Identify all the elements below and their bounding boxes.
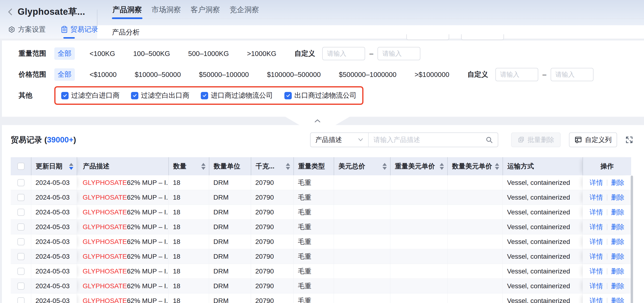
- search-input[interactable]: [369, 136, 480, 144]
- delete-link[interactable]: 删除: [611, 282, 624, 290]
- column-header-usd-per-qty[interactable]: 数量美元单价: [447, 157, 502, 175]
- cell-product-desc: GLYPHOSATE 62% MUP – I...: [77, 220, 168, 234]
- keyword-highlight: GLYPHOSATE: [83, 223, 127, 231]
- sort-icon-kg[interactable]: [286, 163, 290, 170]
- row-checkbox[interactable]: [18, 253, 24, 260]
- table-row: 2024-05-03 GLYPHOSATE 62% MUP – I... 18 …: [11, 190, 631, 205]
- delete-link[interactable]: 删除: [611, 193, 624, 202]
- vertical-scrollbar[interactable]: [631, 176, 633, 303]
- weight-option-4[interactable]: >1000KG: [247, 50, 276, 58]
- price-max-input[interactable]: [551, 68, 594, 81]
- checkbox-filter-blank-importer[interactable]: 过滤空白进口商: [61, 91, 120, 100]
- column-header-transport: 运输方式: [502, 157, 582, 175]
- subnav-item-trade-records[interactable]: 贸易记录: [61, 25, 98, 34]
- cell-kg: 20790: [251, 175, 294, 190]
- row-checkbox[interactable]: [18, 238, 24, 245]
- search-field-select[interactable]: 产品描述: [310, 133, 369, 147]
- row-checkbox[interactable]: [18, 282, 24, 290]
- search-icon: [486, 136, 493, 144]
- fullscreen-expand-button[interactable]: [625, 136, 634, 144]
- detail-link[interactable]: 详情: [590, 282, 603, 290]
- cell-actions: 详情 删除: [582, 175, 631, 190]
- row-checkbox[interactable]: [18, 268, 24, 275]
- weight-option-3[interactable]: 500–1000KG: [188, 50, 229, 58]
- cell-qty: 18: [168, 175, 209, 190]
- tab-customer-insight[interactable]: 客户洞察: [190, 5, 220, 15]
- keyword-highlight: GLYPHOSATE: [83, 238, 127, 246]
- delete-link[interactable]: 删除: [611, 296, 624, 303]
- sort-icon-usd-total[interactable]: [382, 163, 387, 170]
- detail-link[interactable]: 详情: [590, 193, 603, 202]
- sort-icon-qty[interactable]: [201, 163, 206, 170]
- detail-link[interactable]: 详情: [590, 178, 603, 187]
- delete-link[interactable]: 删除: [611, 222, 624, 232]
- checkbox-label: 过滤空白进口商: [71, 91, 120, 100]
- row-checkbox[interactable]: [18, 179, 24, 186]
- delete-link[interactable]: 删除: [611, 237, 624, 246]
- sort-icon-update-date[interactable]: [69, 163, 73, 170]
- price-option-4[interactable]: $100000–500000: [267, 71, 321, 78]
- weight-max-input[interactable]: [378, 47, 420, 60]
- column-header-usd-per-weight[interactable]: 重量美元单价: [390, 157, 447, 175]
- price-option-5[interactable]: $500000–1000000: [339, 71, 396, 78]
- link-separator: [607, 180, 607, 186]
- select-all-checkbox[interactable]: [18, 163, 24, 170]
- checkbox-filter-blank-exporter[interactable]: 过滤空白出口商: [131, 91, 189, 100]
- active-subnav-underline: [63, 37, 75, 38]
- delete-link[interactable]: 删除: [611, 267, 624, 276]
- sort-icon-usd-per-qty[interactable]: [495, 163, 499, 170]
- detail-link[interactable]: 详情: [590, 237, 603, 246]
- checkbox-importer-filter-logistics[interactable]: 进口商过滤物流公司: [201, 91, 273, 100]
- column-header-kg[interactable]: 千克...: [251, 157, 294, 175]
- link-separator: [607, 239, 607, 245]
- price-min-input[interactable]: [496, 68, 538, 81]
- detail-link[interactable]: 详情: [590, 267, 603, 276]
- delete-link[interactable]: 删除: [611, 178, 624, 187]
- table-row: 2024-05-03 GLYPHOSATE 62% MUP – I... 18 …: [11, 205, 631, 220]
- cell-qty-unit: DRM: [209, 190, 251, 204]
- price-option-3[interactable]: $50000–100000: [199, 71, 249, 78]
- column-header-usd-total[interactable]: 美元总价: [334, 157, 390, 175]
- delete-link[interactable]: 删除: [611, 252, 624, 261]
- cutoff-input-1[interactable]: [406, 34, 449, 40]
- checkbox-exporter-filter-logistics[interactable]: 出口商过滤物流公司: [284, 91, 356, 100]
- row-checkbox[interactable]: [18, 194, 24, 201]
- row-checkbox[interactable]: [18, 224, 24, 230]
- cell-usd-per-weight: [390, 264, 447, 278]
- tab-competitor-insight[interactable]: 竞企洞察: [229, 5, 260, 15]
- column-header-update-date[interactable]: 更新日期: [31, 157, 77, 175]
- custom-columns-button[interactable]: 自定义列: [569, 132, 617, 147]
- price-option-2[interactable]: $10000–50000: [135, 71, 181, 78]
- cell-kg: 20790: [251, 190, 294, 204]
- search-button[interactable]: [480, 136, 498, 144]
- price-option-1[interactable]: <$10000: [90, 71, 117, 78]
- detail-link[interactable]: 详情: [590, 296, 603, 303]
- tab-product-insight[interactable]: 产品洞察: [112, 5, 142, 15]
- sort-icon-usd-per-weight[interactable]: [440, 163, 444, 170]
- table-header-row: 更新日期 产品描述 数量 数量单位 千克... 重量类型 美元总价 重量美元单价: [11, 157, 631, 175]
- back-chevron-icon[interactable]: [6, 8, 15, 16]
- batch-delete-button[interactable]: 批量删除: [511, 132, 561, 147]
- weight-custom-label: 自定义: [294, 49, 315, 58]
- cell-kg: 20790: [251, 205, 294, 220]
- weight-option-all[interactable]: 全部: [54, 48, 75, 60]
- collapse-filter-button[interactable]: [285, 117, 350, 125]
- price-option-all[interactable]: 全部: [54, 68, 75, 81]
- batch-delete-icon: [518, 136, 525, 144]
- weight-option-2[interactable]: 100–500KG: [133, 50, 170, 58]
- detail-link[interactable]: 详情: [590, 252, 603, 261]
- row-checkbox[interactable]: [18, 209, 24, 216]
- subnav-item-plan-settings[interactable]: 方案设置: [8, 25, 46, 34]
- tab-market-insight[interactable]: 市场洞察: [151, 5, 182, 15]
- delete-link[interactable]: 删除: [611, 208, 624, 217]
- weight-min-input[interactable]: [322, 47, 365, 60]
- row-checkbox[interactable]: [18, 297, 24, 303]
- tab-product-analysis[interactable]: 产品分析: [112, 28, 140, 37]
- column-header-qty[interactable]: 数量: [168, 157, 209, 175]
- detail-link[interactable]: 详情: [590, 222, 603, 232]
- detail-link[interactable]: 详情: [590, 208, 603, 217]
- records-title: 贸易记录 (39000+): [11, 134, 76, 145]
- price-option-6[interactable]: >$1000000: [415, 71, 450, 78]
- weight-option-1[interactable]: <100KG: [90, 50, 115, 58]
- cutoff-input-2[interactable]: [461, 34, 504, 40]
